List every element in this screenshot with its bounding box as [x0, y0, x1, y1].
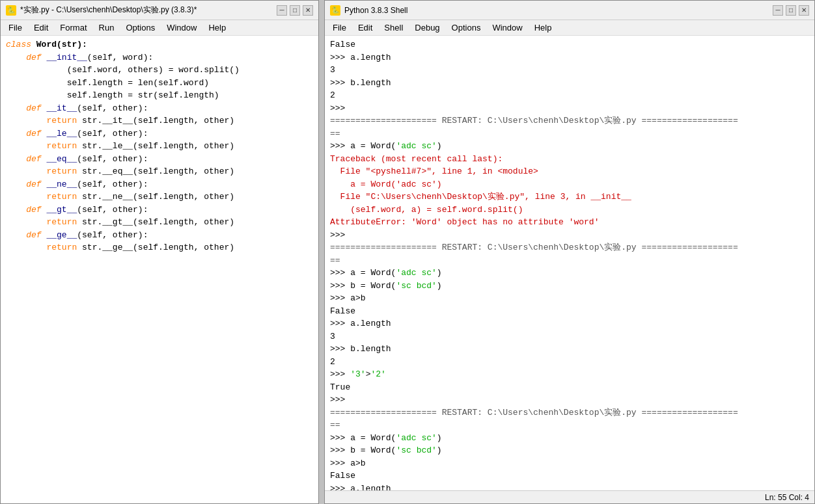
- menu-run[interactable]: Run: [94, 21, 120, 34]
- shell-line: >>> '3'>'2': [330, 368, 809, 381]
- code-line: self.length = str(self.length): [6, 89, 313, 102]
- shell-line: File "<pyshell#7>", line 1, in <module>: [330, 165, 809, 178]
- shell-output[interactable]: False >>> a.length 3 >>> b.length 2 >>> …: [325, 36, 814, 490]
- shell-line: False: [330, 305, 809, 318]
- shell-line: ==: [330, 254, 809, 267]
- shell-line: Traceback (most recent call last):: [330, 153, 809, 166]
- code-line: def __it__(self, other):: [6, 102, 313, 115]
- shell-menu-shell[interactable]: Shell: [379, 21, 408, 34]
- cursor-position: Ln: 55 Col: 4: [765, 493, 809, 502]
- shell-menu-help[interactable]: Help: [529, 21, 557, 34]
- shell-line: 2: [330, 89, 809, 102]
- close-button[interactable]: ✕: [303, 5, 313, 16]
- shell-line: ===================== RESTART: C:\Users\…: [330, 114, 809, 127]
- menu-file[interactable]: File: [3, 21, 27, 34]
- shell-maximize-button[interactable]: □: [786, 5, 796, 16]
- editor-icon: 🐍: [6, 5, 16, 16]
- shell-title: Python 3.8.3 Shell: [344, 6, 773, 15]
- shell-line: >>> a>b: [330, 457, 809, 470]
- shell-line: >>> a = Word('adc sc'): [330, 267, 809, 280]
- shell-line: 2: [330, 356, 809, 369]
- shell-close-button[interactable]: ✕: [799, 5, 809, 16]
- shell-menu-debug[interactable]: Debug: [409, 21, 445, 34]
- maximize-button[interactable]: □: [290, 5, 300, 16]
- shell-line: >>> a.length: [330, 483, 809, 491]
- shell-menu-options[interactable]: Options: [447, 21, 486, 34]
- shell-line: >>> b.length: [330, 343, 809, 356]
- shell-titlebar: 🐍 Python 3.8.3 Shell ─ □ ✕: [325, 1, 814, 20]
- code-line: self.length = len(self.word): [6, 77, 313, 90]
- minimize-button[interactable]: ─: [277, 5, 287, 16]
- code-line: def __ge__(self, other):: [6, 229, 313, 242]
- shell-line: >>>: [330, 102, 809, 115]
- code-editor[interactable]: class Word(str): def __init__(self, word…: [1, 36, 318, 503]
- menu-help[interactable]: Help: [203, 21, 231, 34]
- code-line: return str.__it__(self.length, other): [6, 114, 313, 127]
- shell-menu-window[interactable]: Window: [487, 21, 527, 34]
- menu-window[interactable]: Window: [161, 21, 202, 34]
- code-line: def __init__(self, word):: [6, 51, 313, 64]
- shell-menu-edit[interactable]: Edit: [353, 21, 378, 34]
- shell-line: >>> b = Word('sc bcd'): [330, 444, 809, 457]
- shell-line: a = Word('adc sc'): [330, 178, 809, 191]
- code-line: def __eq__(self, other):: [6, 153, 313, 166]
- code-line: class Word(str):: [6, 38, 313, 51]
- menu-edit[interactable]: Edit: [29, 21, 53, 34]
- shell-line: 3: [330, 330, 809, 343]
- shell-line: (self.word, a) = self.word.split(): [330, 204, 809, 217]
- shell-line: >>> a.length: [330, 51, 809, 64]
- shell-line: 3: [330, 64, 809, 77]
- editor-title: *实验.py - C:\Users\chenh\Desktop\实验.py (3…: [20, 5, 277, 16]
- code-line: return str.__le__(self.length, other): [6, 140, 313, 153]
- shell-line: ===================== RESTART: C:\Users\…: [330, 406, 809, 419]
- code-line: def __le__(self, other):: [6, 127, 313, 140]
- code-line: return str.__gt__(self.length, other): [6, 216, 313, 229]
- code-line: def __gt__(self, other):: [6, 204, 313, 217]
- shell-line: True: [330, 381, 809, 394]
- shell-line: ==: [330, 127, 809, 140]
- editor-window: 🐍 *实验.py - C:\Users\chenh\Desktop\实验.py …: [0, 0, 319, 504]
- shell-menu-file[interactable]: File: [327, 21, 352, 34]
- code-line: return str.__ne__(self.length, other): [6, 191, 313, 204]
- editor-titlebar: 🐍 *实验.py - C:\Users\chenh\Desktop\实验.py …: [1, 1, 318, 20]
- code-line: (self.word, others) = word.split(): [6, 64, 313, 77]
- shell-line: False: [330, 470, 809, 483]
- shell-window-controls[interactable]: ─ □ ✕: [773, 5, 809, 16]
- shell-line: >>>: [330, 393, 809, 406]
- shell-line: >>> b = Word('sc bcd'): [330, 280, 809, 293]
- shell-line: AttributeError: 'Word' object has no att…: [330, 216, 809, 229]
- code-line: return str.__ge__(self.length, other): [6, 241, 313, 254]
- shell-line: >>> a = Word('adc sc'): [330, 432, 809, 445]
- shell-line: >>> b.length: [330, 77, 809, 90]
- shell-line: >>>: [330, 229, 809, 242]
- code-line: def __ne__(self, other):: [6, 178, 313, 191]
- shell-menubar: File Edit Shell Debug Options Window Hel…: [325, 20, 814, 36]
- editor-menubar: File Edit Format Run Options Window Help: [1, 20, 318, 36]
- shell-line: >>> a>b: [330, 292, 809, 305]
- menu-options[interactable]: Options: [120, 21, 160, 34]
- shell-minimize-button[interactable]: ─: [773, 5, 783, 16]
- shell-line: >>> a = Word('adc sc'): [330, 140, 809, 153]
- shell-line: ==: [330, 419, 809, 432]
- shell-line: ===================== RESTART: C:\Users\…: [330, 241, 809, 254]
- editor-window-controls[interactable]: ─ □ ✕: [277, 5, 313, 16]
- shell-window: 🐍 Python 3.8.3 Shell ─ □ ✕ File Edit She…: [324, 0, 815, 504]
- shell-icon: 🐍: [330, 5, 340, 16]
- code-line: return str.__eq__(self.length, other): [6, 165, 313, 178]
- shell-line: File "C:\Users\chenh\Desktop\实验.py", lin…: [330, 191, 809, 204]
- shell-line: >>> a.length: [330, 317, 809, 330]
- shell-line: False: [330, 38, 809, 51]
- menu-format[interactable]: Format: [55, 21, 92, 34]
- status-bar: Ln: 55 Col: 4: [325, 490, 814, 503]
